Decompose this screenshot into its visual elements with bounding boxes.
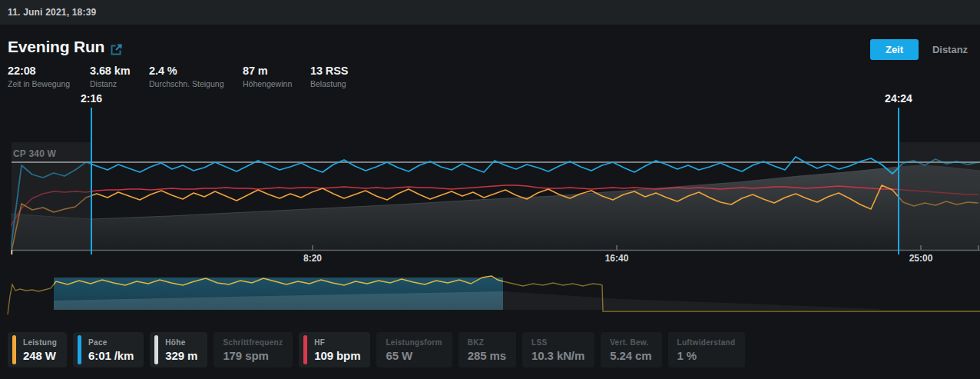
- stat-stress: 13 RSS Belastung: [310, 65, 348, 88]
- metric-label: Vert. Bew.: [610, 338, 651, 347]
- metric-color-bar: [303, 335, 307, 364]
- stat-label: Durchschn. Steigung: [149, 79, 223, 88]
- metric-label: Leistungsform: [386, 338, 442, 347]
- metric-color-bar: [78, 335, 81, 364]
- metric-value: 10.3 kN/m: [531, 349, 584, 362]
- metric-label: Leistung: [23, 338, 57, 347]
- metric-card-leistung[interactable]: Leistung 248 W: [8, 332, 67, 367]
- stat-moving-time: 22:08 Zeit in Bewegung: [8, 65, 70, 88]
- minimap-elevation-after: [503, 291, 879, 310]
- edit-icon[interactable]: [109, 42, 124, 57]
- metric-value: 5.24 cm: [610, 349, 651, 362]
- stat-label: Distanz: [90, 79, 131, 88]
- activity-datetime: 11. Juni 2021, 18:39: [8, 7, 96, 18]
- metric-color-bar: [12, 335, 16, 364]
- stat-value: 87 m: [243, 65, 292, 77]
- metric-card-row: Leistung 248 W Pace 6:01 /km Höhe 329 m …: [8, 332, 745, 367]
- stat-elevation-gain: 87 m Höhengewinn: [243, 65, 292, 88]
- top-bar: 11. Juni 2021, 18:39: [0, 0, 980, 25]
- metric-value: 285 ms: [468, 349, 506, 362]
- metric-card-leistungsform[interactable]: Leistungsform 65 W: [376, 332, 452, 367]
- metric-label: Pace: [88, 338, 134, 347]
- metric-card-h-he[interactable]: Höhe 329 m: [150, 332, 207, 367]
- metric-label: Schrittfrequenz: [223, 338, 283, 347]
- metric-card-hf[interactable]: HF 109 bpm: [299, 332, 370, 367]
- distance-toggle-button[interactable]: Distanz: [926, 39, 974, 60]
- veil-right: [899, 142, 980, 250]
- page-title: Evening Run: [8, 38, 104, 56]
- stat-label: Höhengewinn: [243, 79, 292, 88]
- stat-value: 13 RSS: [310, 65, 348, 77]
- metric-card-bkz[interactable]: BKZ 285 ms: [459, 332, 516, 367]
- veil-left: [12, 142, 91, 250]
- metric-card-luftwiderstand[interactable]: Luftwiderstand 1 %: [668, 332, 746, 367]
- metric-value: 329 m: [165, 349, 197, 362]
- metric-value: 65 W: [386, 349, 442, 362]
- metric-label: BKZ: [468, 338, 506, 347]
- elevation-area: [11, 165, 980, 250]
- metric-card-pace[interactable]: Pace 6:01 /km: [73, 332, 144, 367]
- metric-color-bar: [154, 335, 158, 364]
- stat-value: 22:08: [8, 65, 70, 77]
- main-chart[interactable]: [0, 100, 980, 271]
- metric-label: Höhe: [165, 338, 197, 347]
- stat-avg-grade: 2.4 % Durchschn. Steigung: [149, 65, 223, 88]
- metric-value: 248 W: [23, 349, 57, 362]
- metric-card-schrittfrequenz[interactable]: Schrittfrequenz 179 spm: [214, 332, 293, 367]
- chart-series: [11, 157, 980, 254]
- minimap-chart[interactable]: [0, 271, 980, 318]
- metric-label: Luftwiderstand: [677, 338, 736, 347]
- metric-value: 109 bpm: [314, 349, 360, 362]
- metric-value: 179 spm: [223, 349, 283, 362]
- metric-label: HF: [314, 338, 360, 347]
- metric-card-lss[interactable]: LSS 10.3 kN/m: [522, 332, 594, 367]
- stat-distance: 3.68 km Distanz: [90, 65, 131, 88]
- metric-label: LSS: [531, 338, 584, 347]
- metric-value: 1 %: [677, 349, 736, 362]
- stat-label: Zeit in Bewegung: [8, 79, 70, 88]
- time-toggle-button[interactable]: Zeit: [870, 39, 919, 60]
- metric-value: 6:01 /km: [88, 349, 134, 362]
- stat-label: Belastung: [310, 79, 348, 88]
- stat-value: 2.4 %: [149, 65, 223, 77]
- stat-value: 3.68 km: [90, 65, 131, 77]
- metric-card-vert-bew-[interactable]: Vert. Bew. 5.24 cm: [601, 332, 661, 367]
